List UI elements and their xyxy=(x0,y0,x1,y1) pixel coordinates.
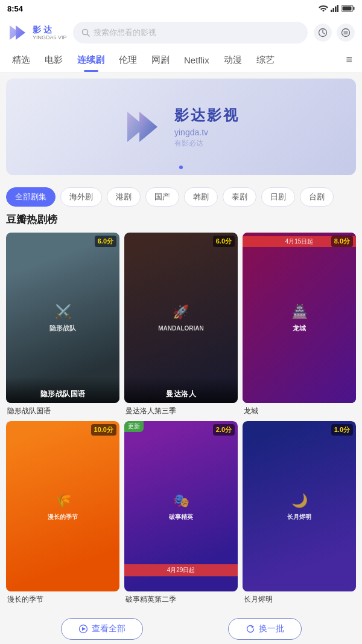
view-all-btn[interactable]: 查看全部 xyxy=(61,618,143,640)
douban-section: 豆瓣热剧榜 ⚔️ 隐形战队 隐形战队国语 6.0分 隐形战队国语 xyxy=(0,213,362,605)
banner-slogan: 有影必达 xyxy=(174,138,240,149)
tab-wangju[interactable]: 网剧 xyxy=(144,48,177,72)
svg-line-10 xyxy=(87,34,89,37)
chip-hk[interactable]: 港剧 xyxy=(107,187,141,207)
poster-text-2: 🚀 MANDALORIAN xyxy=(158,303,204,333)
search-bar[interactable]: 搜索你想看的影视 xyxy=(73,22,308,43)
tab-jingxuan[interactable]: 精选 xyxy=(5,48,37,72)
refresh-label: 换一批 xyxy=(259,623,284,634)
movie-score-3: 8.0分 xyxy=(331,236,353,247)
filter-chips: 全部剧集 海外剧 港剧 国产 韩剧 泰剧 日剧 台剧 xyxy=(0,181,362,213)
movie-date-5: 4月29日起 xyxy=(124,564,238,576)
chip-korean[interactable]: 韩剧 xyxy=(184,187,218,207)
chip-overseas[interactable]: 海外剧 xyxy=(60,187,102,207)
svg-rect-5 xyxy=(354,7,355,10)
movie-score-4: 10.0分 xyxy=(91,424,116,436)
tab-dongman[interactable]: 动漫 xyxy=(217,48,249,72)
banner-title: 影达影视 xyxy=(174,106,240,125)
chip-japanese[interactable]: 日剧 xyxy=(261,187,295,207)
refresh-icon xyxy=(246,624,255,634)
action-row: 查看全部 换一批 xyxy=(6,611,356,644)
menu-icon-btn[interactable] xyxy=(337,24,355,42)
movie-score-6: 1.0分 xyxy=(331,424,353,436)
banner-url: yingda.tv xyxy=(174,127,240,137)
movie-score-2: 6.0分 xyxy=(213,236,235,247)
movie-card-1[interactable]: ⚔️ 隐形战队 隐形战队国语 6.0分 隐形战队国语 xyxy=(6,233,119,416)
chip-thai[interactable]: 泰剧 xyxy=(223,187,256,207)
status-bar: 8:54 xyxy=(0,0,362,17)
movie-card-2[interactable]: 🚀 MANDALORIAN 曼达洛人 6.0分 曼达洛人第三季 xyxy=(124,233,238,416)
movie-name-4: 漫长的季节 xyxy=(6,594,119,605)
movie-thumb-6: 🌙 长月烬明 1.0分 xyxy=(243,421,356,591)
movie-thumb-1: ⚔️ 隐形战队 隐形战队国语 6.0分 xyxy=(6,233,119,403)
wifi-icon xyxy=(319,5,328,12)
movie-card-5[interactable]: 更新 🎭 破事精英 4月29日起 2.0分 破事精英第二季 xyxy=(124,421,238,605)
movie-name-1: 隐形战队国语 xyxy=(6,406,119,416)
svg-marker-20 xyxy=(252,625,254,628)
status-time: 8:54 xyxy=(7,4,23,13)
poster-text-4: 🌾 漫长的季节 xyxy=(48,492,78,521)
history-icon xyxy=(318,28,328,37)
status-icons xyxy=(319,5,355,12)
movie-tag-5: 更新 xyxy=(124,421,144,432)
header: 影 达 YINGDA5.VIP 搜索你想看的影视 xyxy=(0,17,362,48)
movie-thumb-2: 🚀 MANDALORIAN 曼达洛人 6.0分 xyxy=(124,233,238,403)
tab-zongyi[interactable]: 综艺 xyxy=(249,48,282,72)
poster-text-3: 🏯 龙城 xyxy=(291,303,308,333)
battery-icon xyxy=(341,5,355,12)
movie-card-4[interactable]: 🌾 漫长的季节 10.0分 漫长的季节 xyxy=(6,421,119,605)
movie-thumb-5: 更新 🎭 破事精英 4月29日起 2.0分 xyxy=(124,421,238,591)
poster-text-5: 🎭 破事精英 xyxy=(169,492,193,521)
logo-area: 影 达 YINGDA5.VIP xyxy=(7,22,67,43)
poster-text-1: ⚔️ 隐形战队 xyxy=(49,303,76,333)
view-all-label: 查看全部 xyxy=(92,623,125,634)
chip-all[interactable]: 全部剧集 xyxy=(6,187,56,207)
refresh-btn[interactable]: 换一批 xyxy=(228,618,302,640)
chip-taiwan[interactable]: 台剧 xyxy=(300,187,334,207)
movie-thumb-3: 🏯 龙城 4月15日起 8.0分 xyxy=(243,233,356,403)
history-icon-btn[interactable] xyxy=(314,24,332,42)
movie-card-3[interactable]: 🏯 龙城 4月15日起 8.0分 龙城 xyxy=(243,233,356,416)
nav-more-btn[interactable]: ≡ xyxy=(341,49,357,71)
movie-score-5: 2.0分 xyxy=(213,424,235,436)
search-icon xyxy=(81,28,90,37)
movie-thumb-4: 🌾 漫长的季节 10.0分 xyxy=(6,421,119,591)
tab-netflix[interactable]: Netflix xyxy=(177,49,217,71)
hamburger-icon xyxy=(341,28,351,37)
poster-overlay-2: 曼达洛人 xyxy=(124,377,238,403)
play-circle-icon xyxy=(78,624,88,634)
movie-name-5: 破事精英第二季 xyxy=(124,594,238,605)
banner-dot-1 xyxy=(179,166,183,169)
banner-logo-area: 影达影视 yingda.tv 有影必达 xyxy=(122,106,240,149)
app-logo-icon xyxy=(7,22,29,43)
banner-text-area: 影达影视 yingda.tv 有影必达 xyxy=(174,106,240,149)
douban-movie-grid: ⚔️ 隐形战队 隐形战队国语 6.0分 隐形战队国语 🚀 MANDALORIAN… xyxy=(6,233,356,605)
svg-rect-0 xyxy=(331,10,332,12)
poster-text-6: 🌙 长月烬明 xyxy=(287,492,311,521)
svg-marker-8 xyxy=(16,25,25,40)
logo-sub: YINGDA5.VIP xyxy=(33,34,67,40)
header-icons xyxy=(314,24,355,42)
movie-score-1: 6.0分 xyxy=(95,236,116,247)
svg-rect-6 xyxy=(343,7,352,11)
chip-domestic[interactable]: 国产 xyxy=(145,187,179,207)
poster-overlay-1: 隐形战队国语 xyxy=(6,377,119,403)
svg-marker-19 xyxy=(82,627,86,631)
banner-dots xyxy=(179,166,183,169)
movie-name-6: 长月烬明 xyxy=(243,594,356,605)
tab-lunli[interactable]: 伦理 xyxy=(112,48,144,72)
banner[interactable]: 影达影视 yingda.tv 有影必达 xyxy=(6,79,356,175)
svg-rect-2 xyxy=(335,7,337,13)
movie-card-6[interactable]: 🌙 长月烬明 1.0分 长月烬明 xyxy=(243,421,356,605)
tab-dianying[interactable]: 电影 xyxy=(37,48,70,72)
tab-lianjuju[interactable]: 连续剧 xyxy=(70,48,112,72)
search-placeholder: 搜索你想看的影视 xyxy=(94,27,156,38)
logo-text-area: 影 达 YINGDA5.VIP xyxy=(33,25,67,41)
movie-name-3: 龙城 xyxy=(243,406,356,416)
svg-rect-3 xyxy=(337,5,339,12)
douban-title: 豆瓣热剧榜 xyxy=(6,213,356,227)
svg-rect-1 xyxy=(333,8,335,12)
movie-name-2: 曼达洛人第三季 xyxy=(124,406,238,416)
svg-marker-17 xyxy=(139,112,157,142)
signal-icon xyxy=(331,5,339,12)
